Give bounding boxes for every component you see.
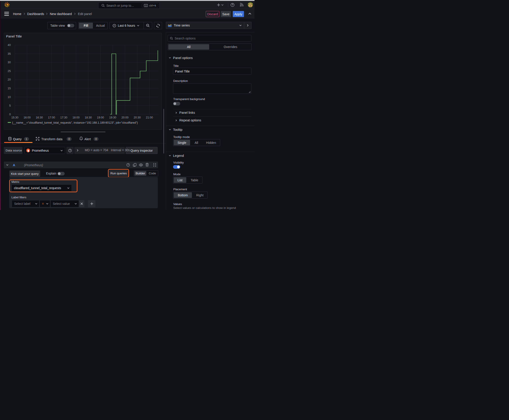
svg-text:30: 30 <box>8 61 11 64</box>
svg-text:16:00: 16:00 <box>23 116 30 119</box>
svg-text:35: 35 <box>8 52 11 55</box>
svg-text:15: 15 <box>8 87 11 90</box>
svg-text:17:30: 17:30 <box>60 116 67 119</box>
svg-text:20:30: 20:30 <box>134 116 141 119</box>
svg-text:17:00: 17:00 <box>48 116 55 119</box>
svg-text:40: 40 <box>8 44 11 47</box>
svg-text:10: 10 <box>8 96 11 99</box>
svg-text:21:00: 21:00 <box>146 116 153 119</box>
svg-text:5: 5 <box>9 104 11 107</box>
svg-text:19:30: 19:30 <box>109 116 116 119</box>
svg-text:25: 25 <box>8 69 11 73</box>
svg-text:{__name__="cloudflared_tunnel_: {__name__="cloudflared_tunnel_total_requ… <box>12 121 138 124</box>
svg-text:20: 20 <box>8 78 11 81</box>
svg-text:15:30: 15:30 <box>11 116 18 119</box>
svg-text:18:30: 18:30 <box>85 116 92 119</box>
svg-text:16:30: 16:30 <box>36 116 43 119</box>
svg-text:18:00: 18:00 <box>73 116 79 119</box>
svg-text:19:00: 19:00 <box>97 116 104 119</box>
svg-text:0: 0 <box>9 113 11 116</box>
svg-text:20:00: 20:00 <box>122 116 128 119</box>
